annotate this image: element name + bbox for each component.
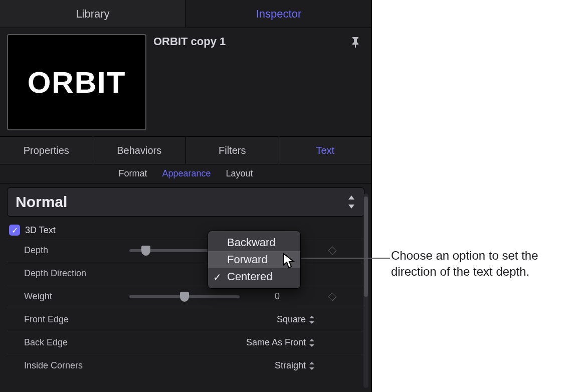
- menu-item-forward[interactable]: Forward: [208, 251, 300, 268]
- tab-inspector[interactable]: Inspector: [186, 0, 371, 28]
- updown-icon: [347, 195, 356, 209]
- row-front-edge: Front Edge Square: [7, 308, 364, 331]
- menu-item-label: Centered: [227, 270, 273, 283]
- check-icon: ✓: [213, 271, 222, 283]
- popup-back-edge[interactable]: Same As Front: [240, 337, 315, 348]
- params-list: ✓ 3D Text Depth Depth Direction Weight 0: [0, 221, 371, 377]
- label-depth: Depth: [24, 245, 129, 256]
- text-style-select[interactable]: Normal: [7, 187, 364, 217]
- subtab-format[interactable]: Format: [118, 168, 147, 179]
- tab-properties[interactable]: Properties: [0, 137, 93, 164]
- keyframe-weight[interactable]: [328, 292, 337, 301]
- tab-filters[interactable]: Filters: [186, 137, 279, 164]
- preview-row: ORBIT ORBIT copy 1: [0, 28, 371, 136]
- updown-icon: [309, 339, 315, 347]
- label-front-edge: Front Edge: [24, 314, 129, 325]
- inspector-panel: Library Inspector ORBIT ORBIT copy 1 Pro…: [0, 0, 372, 392]
- tab-library[interactable]: Library: [0, 0, 186, 28]
- value-weight[interactable]: 0: [240, 291, 315, 302]
- label-depth-direction: Depth Direction: [24, 268, 129, 279]
- param-3d-text-header: ✓ 3D Text: [7, 221, 364, 239]
- popup-front-edge[interactable]: Square: [240, 314, 315, 325]
- callout-text: Choose an option to set the direction of…: [391, 248, 571, 280]
- subtab-layout[interactable]: Layout: [226, 168, 253, 179]
- value-front-edge: Square: [277, 314, 306, 325]
- menu-item-backward[interactable]: Backward: [208, 234, 300, 251]
- value-inside-corners: Straight: [275, 360, 306, 371]
- text-style-value: Normal: [16, 193, 67, 211]
- row-inside-corners: Inside Corners Straight: [7, 354, 364, 377]
- section-tabs: Properties Behaviors Filters Text: [0, 136, 371, 164]
- depth-direction-menu: Backward Forward ✓ Centered: [208, 231, 301, 289]
- keyframe-depth[interactable]: [328, 246, 337, 255]
- callout-leader: [301, 258, 390, 259]
- tab-text[interactable]: Text: [279, 137, 372, 164]
- menu-item-label: Backward: [227, 236, 276, 249]
- updown-icon: [309, 316, 315, 324]
- row-back-edge: Back Edge Same As Front: [7, 331, 364, 354]
- subtab-appearance[interactable]: Appearance: [162, 168, 211, 179]
- tab-behaviors[interactable]: Behaviors: [93, 137, 186, 164]
- popup-inside-corners[interactable]: Straight: [240, 360, 315, 371]
- slider-weight[interactable]: [129, 295, 240, 298]
- project-title: ORBIT copy 1: [153, 34, 342, 48]
- menu-item-centered[interactable]: ✓ Centered: [208, 268, 300, 285]
- menu-item-label: Forward: [227, 253, 268, 266]
- preview-thumbnail: ORBIT: [7, 34, 146, 130]
- value-back-edge: Same As Front: [246, 337, 306, 348]
- label-3d-text: 3D Text: [25, 225, 56, 236]
- label-weight: Weight: [24, 291, 129, 302]
- updown-icon: [309, 362, 315, 370]
- text-subnav: Format Appearance Layout: [0, 164, 371, 183]
- top-tabs: Library Inspector: [0, 0, 371, 28]
- checkbox-3d-text[interactable]: ✓: [9, 225, 20, 236]
- pin-icon[interactable]: [349, 34, 361, 48]
- label-back-edge: Back Edge: [24, 337, 129, 348]
- row-weight: Weight 0: [7, 285, 364, 308]
- label-inside-corners: Inside Corners: [24, 360, 129, 371]
- row-depth-direction: Depth Direction: [7, 262, 364, 285]
- scrollbar-thumb[interactable]: [364, 197, 368, 297]
- scrollbar[interactable]: [363, 193, 368, 388]
